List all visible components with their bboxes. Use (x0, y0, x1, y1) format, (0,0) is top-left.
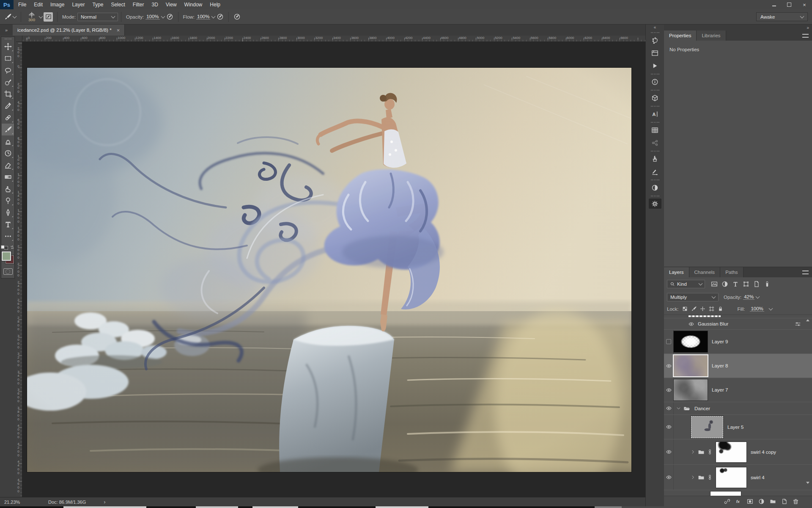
smudge-tool[interactable] (2, 183, 14, 195)
gradient-tool[interactable] (2, 171, 14, 183)
menu-item-image[interactable]: Image (47, 0, 68, 9)
color-swatches[interactable] (2, 251, 14, 264)
layer-name[interactable]: Layer 8 (712, 363, 728, 368)
document-size-info[interactable]: Doc: 86.9M/1.36G (41, 499, 93, 505)
minimize-button[interactable] (766, 0, 782, 9)
3d-panel-icon[interactable] (649, 93, 661, 103)
visibility-toggle[interactable] (664, 330, 674, 353)
blend-mode-select[interactable]: Normal (77, 13, 118, 21)
document-tab[interactable]: icedance2.psd @ 21.2% (Layer 8, RGB/8) *… (13, 25, 125, 36)
layer-name[interactable]: swirl 4 copy (751, 450, 776, 455)
current-tool-preset[interactable] (3, 13, 18, 20)
panel-grip[interactable] (651, 196, 659, 196)
horizontal-ruler[interactable]: 0200400600800100012001400160018002000220… (16, 36, 645, 42)
new-group-button-icon[interactable] (770, 498, 776, 505)
tab-close-icon[interactable]: × (117, 27, 120, 33)
menu-item-help[interactable]: Help (206, 0, 224, 9)
info-panel-icon[interactable] (649, 77, 661, 87)
menu-item-type[interactable]: Type (88, 0, 107, 9)
lock-paint-icon[interactable] (691, 306, 697, 312)
layer-thumbnail[interactable] (674, 355, 708, 376)
status-options-chevron[interactable]: › (104, 499, 105, 505)
chevron-down-icon[interactable] (211, 14, 216, 18)
layer-row[interactable]: Layer 9 (664, 330, 812, 354)
group-mask-thumbnail[interactable] (716, 467, 746, 488)
fill-value[interactable]: 100% (750, 306, 764, 312)
chevron-down-icon[interactable] (161, 14, 165, 18)
ruler-corner[interactable] (16, 36, 22, 42)
layer-thumbnail[interactable] (674, 379, 708, 400)
layer-style-button-icon[interactable]: fx (735, 498, 742, 505)
smoothing-icon[interactable] (233, 13, 241, 20)
tab-libraries[interactable]: Libraries (697, 30, 726, 41)
healing-brush-tool[interactable] (2, 112, 14, 124)
layer-comps-panel-icon[interactable] (649, 48, 661, 58)
pressure-opacity-icon[interactable] (166, 13, 173, 20)
libraries-sync-panel-icon[interactable] (649, 138, 661, 148)
filter-type-layers-icon[interactable] (732, 281, 739, 287)
lasso-tool[interactable] (2, 64, 14, 76)
visibility-eye-icon[interactable] (664, 354, 674, 378)
brush-tool[interactable] (2, 124, 14, 135)
adjustments-panel-icon[interactable] (649, 182, 661, 193)
filter-toggle-icon[interactable] (764, 281, 771, 287)
panel-grip[interactable] (651, 90, 659, 91)
layer-thumbnail[interactable] (674, 331, 708, 352)
menu-item-edit[interactable]: Edit (30, 0, 47, 9)
layer-thumbnail[interactable] (691, 416, 723, 438)
toolbar-grip[interactable] (5, 39, 11, 39)
filter-blending-icon[interactable] (795, 321, 801, 327)
airbrush-toggle-icon[interactable] (217, 13, 224, 20)
visibility-eye-icon[interactable] (664, 402, 674, 414)
visibility-eye-icon[interactable] (689, 321, 694, 327)
filter-adjustment-layers-icon[interactable] (721, 281, 728, 287)
panel-grip[interactable] (651, 106, 659, 107)
panel-grip[interactable] (651, 179, 659, 180)
restore-button[interactable] (782, 0, 797, 9)
menu-item-3d[interactable]: 3D (148, 0, 162, 9)
move-tool[interactable] (2, 41, 14, 52)
canvas-artwork[interactable] (27, 68, 631, 472)
brushes-panel-icon[interactable] (649, 154, 661, 164)
tab-paths[interactable]: Paths (720, 267, 743, 277)
layer-row[interactable]: Layer 5 (664, 415, 812, 439)
history-panel-icon[interactable] (649, 35, 661, 45)
lock-all-icon[interactable] (718, 306, 723, 312)
brush-preset-picker[interactable]: 300 (24, 11, 39, 22)
menu-item-file[interactable]: File (14, 0, 30, 9)
character-panel-icon[interactable]: A (649, 109, 661, 119)
tool-presets-panel-icon[interactable] (649, 166, 661, 177)
expand-panels-button[interactable]: « (654, 25, 656, 30)
new-layer-button-icon[interactable] (781, 498, 787, 505)
panel-grip[interactable] (651, 151, 659, 152)
quick-selection-tool[interactable] (2, 76, 14, 88)
clone-stamp-tool[interactable] (2, 135, 14, 147)
layer-row[interactable]: Layer 8 (664, 354, 812, 378)
menu-item-view[interactable]: View (162, 0, 181, 9)
panel-grip[interactable] (651, 74, 659, 75)
quick-mask-button[interactable] (3, 268, 13, 275)
lock-artboard-icon[interactable] (709, 306, 714, 312)
layer-opacity-value[interactable]: 42% (743, 294, 754, 300)
layer-name[interactable]: Layer 7 (712, 387, 728, 392)
plugin-panel-icon[interactable] (649, 199, 661, 209)
menu-item-filter[interactable]: Filter (129, 0, 148, 9)
filter-shape-layers-icon[interactable] (743, 281, 749, 287)
scroll-up-arrow[interactable] (806, 319, 809, 321)
scroll-down-arrow[interactable] (806, 482, 809, 484)
tab-properties[interactable]: Properties (664, 30, 697, 41)
layer-name[interactable]: Layer 9 (712, 339, 728, 344)
panel-grip[interactable] (651, 32, 659, 33)
eraser-tool[interactable] (2, 159, 14, 171)
chevron-down-icon[interactable] (756, 294, 760, 298)
default-colors-widget[interactable] (1, 244, 15, 250)
tab-layers[interactable]: Layers (664, 267, 689, 277)
smart-filter-name[interactable]: Gaussian Blur (698, 321, 728, 326)
panel-grip[interactable] (651, 122, 659, 123)
panel-menu-icon[interactable] (802, 271, 809, 274)
visibility-eye-icon[interactable] (664, 439, 674, 464)
smart-filter-row[interactable]: Gaussian Blur (664, 318, 812, 330)
brush-settings-panel-toggle[interactable] (44, 12, 53, 22)
visibility-eye-icon[interactable] (664, 415, 674, 439)
crop-tool[interactable] (2, 88, 14, 100)
